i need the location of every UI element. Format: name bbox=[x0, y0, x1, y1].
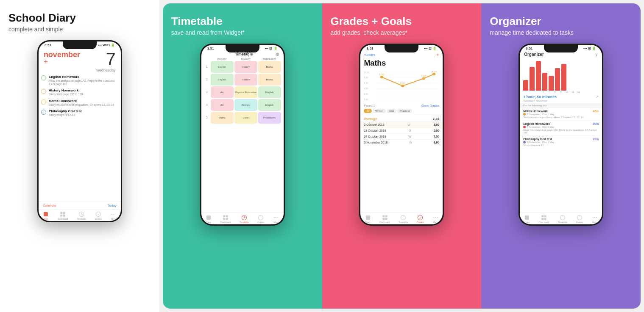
grade-row-4[interactable]: 3 November 2018 W 9,00 bbox=[360, 139, 443, 145]
filter-all[interactable]: All bbox=[364, 109, 372, 113]
show-grades-button[interactable]: Show Grades bbox=[421, 104, 439, 107]
tt-cell-art-4[interactable]: Art bbox=[211, 99, 234, 111]
diary-day-num: 7 bbox=[96, 50, 116, 68]
svg-point-34 bbox=[432, 73, 435, 75]
notch-3 bbox=[385, 45, 418, 52]
tab-bar-3: Diary Dashboard Timetable A Grades bbox=[360, 213, 443, 224]
filter-written[interactable]: Written bbox=[373, 109, 386, 113]
filter-practical[interactable]: Practical bbox=[397, 109, 412, 113]
tt-title: Timetable bbox=[212, 52, 276, 56]
grade-row-3[interactable]: 24 October 2018 W 7,50 bbox=[360, 133, 443, 139]
grades-add-button[interactable]: + bbox=[436, 52, 439, 58]
tab-grades[interactable]: A Grades bbox=[95, 211, 101, 220]
panel-grades: Grades + Goals add grades, check average… bbox=[322, 3, 482, 309]
svg-point-48 bbox=[435, 217, 436, 218]
org-bar-chart bbox=[520, 57, 602, 91]
tab-diary-4[interactable]: Diary bbox=[524, 215, 530, 224]
tab-grades-2[interactable]: Grades bbox=[257, 215, 264, 224]
svg-rect-1 bbox=[60, 212, 62, 214]
grade-row-1[interactable]: 2 October 2018 W 8,00 bbox=[360, 121, 443, 127]
tt-cell-latin-5[interactable]: Latin bbox=[234, 112, 257, 124]
org-date: Tuesday 6 November bbox=[520, 99, 602, 103]
settings-icon[interactable]: ⚙ bbox=[276, 52, 279, 57]
svg-point-49 bbox=[437, 217, 438, 218]
phone-mockup-4: 3:51 ▪▪▪ ⊡ 🔋 Organizer ∨ bbox=[519, 44, 603, 226]
expand-icon[interactable]: ↗ bbox=[596, 95, 599, 99]
tab-grades-active[interactable]: A Grades bbox=[417, 215, 424, 224]
org-duration: 1 hour, 50 minutes bbox=[523, 95, 557, 99]
chevron-down-icon[interactable]: ∨ bbox=[595, 52, 598, 57]
panel2-subtitle: save and read from Widget* bbox=[171, 29, 245, 36]
tab-dashboard-2[interactable]: Dashboard bbox=[220, 215, 231, 224]
svg-point-56 bbox=[577, 215, 582, 220]
org-task-english[interactable]: English Homework 30m 7 November, 30m, 1 … bbox=[520, 120, 602, 135]
svg-point-22 bbox=[274, 217, 275, 218]
tab-more[interactable]: More bbox=[110, 211, 116, 220]
tt-cell-art-3[interactable]: Art bbox=[211, 86, 234, 98]
tab-more-2[interactable]: More bbox=[273, 215, 279, 224]
task-desc-english: Read the analysis at page 142. Reply to … bbox=[49, 79, 118, 86]
tab-more-4[interactable]: More bbox=[592, 215, 598, 224]
svg-rect-16 bbox=[223, 218, 225, 220]
diary-bottom: Calendar Today bbox=[39, 202, 121, 209]
tab-diary-2[interactable]: Diary bbox=[206, 215, 212, 224]
tt-cell-maths-2[interactable]: Maths bbox=[258, 74, 281, 86]
svg-point-21 bbox=[259, 215, 263, 220]
tt-cell-maths-1[interactable]: Maths bbox=[258, 61, 281, 73]
task-philosophy[interactable]: Philosophy Oral test Study chapters 12-1… bbox=[41, 109, 118, 117]
svg-rect-54 bbox=[544, 218, 546, 220]
org-task-philosophy[interactable]: Philosophy Oral test 20m 7 November, 20m… bbox=[520, 135, 602, 148]
svg-point-44 bbox=[401, 215, 406, 220]
task-circle-history bbox=[41, 89, 46, 94]
tab-diary[interactable]: Diary bbox=[43, 211, 49, 220]
tab-dashboard[interactable]: Dashboard bbox=[58, 211, 68, 220]
task-title-philosophy: Philosophy Oral test bbox=[49, 109, 82, 113]
svg-rect-51 bbox=[542, 215, 544, 217]
svg-point-55 bbox=[560, 215, 565, 220]
tt-cell-philosophy-5[interactable]: Philosophy bbox=[258, 112, 281, 124]
svg-text:5,00: 5,00 bbox=[400, 82, 405, 84]
tab-timetable-active[interactable]: Timetable bbox=[240, 215, 249, 224]
tt-cell-biology-4[interactable]: Biology bbox=[234, 99, 257, 111]
task-english[interactable]: English Homework Read the analysis at pa… bbox=[41, 75, 118, 86]
grade-row-2[interactable]: 13 October 2018 O 5,00 bbox=[360, 127, 443, 133]
svg-rect-53 bbox=[542, 218, 544, 220]
org-time-row: 1 hour, 50 minutes ↗ bbox=[520, 93, 602, 99]
grades-back-button[interactable]: ‹ Grades bbox=[364, 53, 375, 56]
panel-school-diary: School Diary complete and simple 3:51 ▪▪… bbox=[0, 0, 159, 312]
svg-point-47 bbox=[433, 217, 434, 218]
today-link[interactable]: Today bbox=[108, 204, 117, 207]
calendar-link[interactable]: Calendar bbox=[43, 204, 56, 207]
task-maths[interactable]: Maths Homework Study equations and inequ… bbox=[41, 99, 118, 107]
filter-oral[interactable]: Oral bbox=[387, 109, 396, 113]
tab-timetable-3[interactable]: Timetable bbox=[399, 215, 408, 224]
tt-cell-history-1[interactable]: History bbox=[234, 61, 257, 73]
svg-text:A: A bbox=[419, 216, 421, 219]
tt-cell-history-2[interactable]: History bbox=[234, 74, 257, 86]
svg-rect-14 bbox=[223, 215, 225, 217]
tab-more-3[interactable]: More bbox=[432, 215, 438, 224]
tab-dashboard-3[interactable]: Dashboard bbox=[379, 215, 390, 224]
panel3-subtitle: add grades, check averages* bbox=[331, 29, 407, 36]
tt-cell-maths-5[interactable]: Maths bbox=[211, 112, 234, 124]
tab-timetable[interactable]: Timetable bbox=[77, 211, 86, 220]
svg-rect-13 bbox=[206, 215, 211, 220]
tab-grades-4[interactable]: Grades bbox=[576, 215, 583, 224]
panel2-title: Timetable bbox=[171, 15, 223, 28]
tt-cell-english-2[interactable]: English bbox=[211, 74, 234, 86]
tt-cell-english-1[interactable]: English bbox=[211, 61, 234, 73]
task-title-maths: Maths Homework bbox=[49, 99, 114, 103]
tab-dashboard-4[interactable]: Dashboard bbox=[539, 215, 549, 224]
tt-cell-english-4[interactable]: English bbox=[258, 99, 281, 111]
diary-month: november bbox=[44, 50, 80, 59]
tab-timetable-4[interactable]: Timetable bbox=[558, 215, 567, 224]
panel4-subtitle: manage time dedicated to tasks bbox=[490, 29, 574, 36]
phone-mockup-2: 3:51 ▪▪▪ ⊡ 🔋 Timetable ⚙ MONDAY TUESDAY … bbox=[200, 44, 285, 226]
svg-rect-43 bbox=[385, 218, 387, 220]
tt-cell-pe-3[interactable]: Physical Education bbox=[234, 86, 257, 98]
svg-point-57 bbox=[592, 217, 593, 218]
tt-cell-english-3[interactable]: English bbox=[258, 86, 281, 98]
task-history[interactable]: History Homework Study from page 135 to … bbox=[41, 88, 118, 96]
org-task-maths[interactable]: Maths Homework 45m 7 November, 45m, 1 da… bbox=[520, 108, 602, 120]
tab-diary-3[interactable]: Diary bbox=[365, 215, 371, 224]
